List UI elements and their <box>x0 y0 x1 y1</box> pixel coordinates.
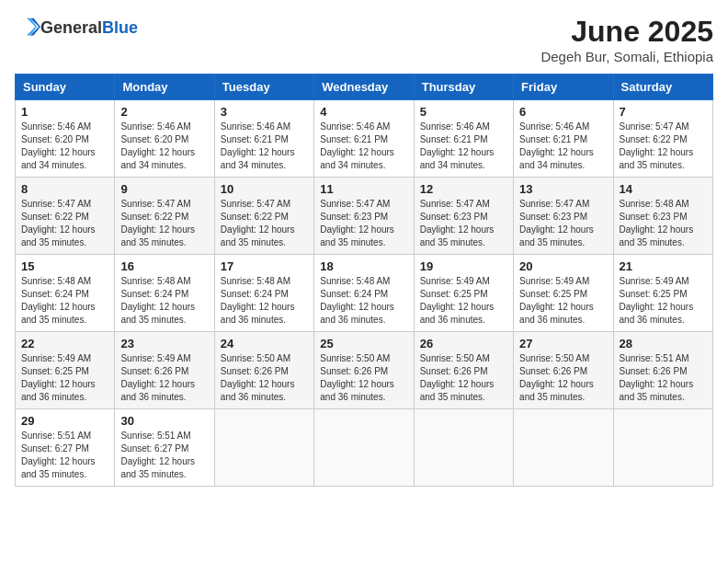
table-row: 12Sunrise: 5:47 AM Sunset: 6:23 PM Dayli… <box>414 178 513 255</box>
day-info: Sunrise: 5:47 AM Sunset: 6:22 PM Dayligh… <box>21 198 108 249</box>
calendar-week-row: 29Sunrise: 5:51 AM Sunset: 6:27 PM Dayli… <box>16 409 713 487</box>
day-info: Sunrise: 5:47 AM Sunset: 6:22 PM Dayligh… <box>120 198 208 249</box>
day-info: Sunrise: 5:51 AM Sunset: 6:26 PM Dayligh… <box>620 352 707 404</box>
day-number: 13 <box>519 182 607 196</box>
table-row: 17Sunrise: 5:48 AM Sunset: 6:24 PM Dayli… <box>214 255 313 332</box>
col-wednesday: Wednesday <box>314 75 414 100</box>
day-number: 8 <box>21 182 108 196</box>
table-row: 1Sunrise: 5:46 AM Sunset: 6:20 PM Daylig… <box>16 100 115 178</box>
col-sunday: Sunday <box>16 75 115 100</box>
day-number: 5 <box>420 105 507 119</box>
day-info: Sunrise: 5:47 AM Sunset: 6:23 PM Dayligh… <box>320 198 407 249</box>
day-number: 28 <box>620 337 707 350</box>
table-row: 24Sunrise: 5:50 AM Sunset: 6:26 PM Dayli… <box>214 332 313 409</box>
table-row: 8Sunrise: 5:47 AM Sunset: 6:22 PM Daylig… <box>16 178 115 255</box>
day-number: 29 <box>21 414 108 428</box>
table-row: 5Sunrise: 5:46 AM Sunset: 6:21 PM Daylig… <box>414 100 513 178</box>
calendar-week-row: 15Sunrise: 5:48 AM Sunset: 6:24 PM Dayli… <box>16 255 713 332</box>
table-row: 30Sunrise: 5:51 AM Sunset: 6:27 PM Dayli… <box>115 409 214 487</box>
day-number: 18 <box>320 259 407 273</box>
month-year-title: June 2025 <box>540 15 713 49</box>
table-row: 23Sunrise: 5:49 AM Sunset: 6:26 PM Dayli… <box>115 332 214 409</box>
day-info: Sunrise: 5:49 AM Sunset: 6:25 PM Dayligh… <box>620 275 707 327</box>
day-number: 9 <box>120 182 208 196</box>
day-number: 7 <box>620 105 707 119</box>
table-row: 2Sunrise: 5:46 AM Sunset: 6:20 PM Daylig… <box>115 100 214 178</box>
day-info: Sunrise: 5:51 AM Sunset: 6:27 PM Dayligh… <box>21 430 108 481</box>
table-row: 26Sunrise: 5:50 AM Sunset: 6:26 PM Dayli… <box>414 332 513 409</box>
table-row: 13Sunrise: 5:47 AM Sunset: 6:23 PM Dayli… <box>514 178 613 255</box>
day-info: Sunrise: 5:49 AM Sunset: 6:25 PM Dayligh… <box>420 275 507 327</box>
day-info: Sunrise: 5:48 AM Sunset: 6:24 PM Dayligh… <box>221 275 308 327</box>
day-info: Sunrise: 5:50 AM Sunset: 6:26 PM Dayligh… <box>320 352 407 404</box>
calendar-table: Sunday Monday Tuesday Wednesday Thursday… <box>15 74 713 487</box>
table-row: 15Sunrise: 5:48 AM Sunset: 6:24 PM Dayli… <box>16 255 115 332</box>
day-number: 3 <box>221 105 308 119</box>
table-row <box>214 409 313 487</box>
table-row: 18Sunrise: 5:48 AM Sunset: 6:24 PM Dayli… <box>314 255 414 332</box>
day-info: Sunrise: 5:46 AM Sunset: 6:21 PM Dayligh… <box>420 121 507 172</box>
day-info: Sunrise: 5:51 AM Sunset: 6:27 PM Dayligh… <box>120 430 208 481</box>
day-number: 24 <box>221 337 308 350</box>
logo-general: General <box>40 18 102 38</box>
day-info: Sunrise: 5:47 AM Sunset: 6:22 PM Dayligh… <box>221 198 308 249</box>
day-info: Sunrise: 5:50 AM Sunset: 6:26 PM Dayligh… <box>519 352 607 404</box>
day-number: 6 <box>519 105 607 119</box>
day-number: 12 <box>420 182 507 196</box>
day-info: Sunrise: 5:46 AM Sunset: 6:20 PM Dayligh… <box>21 121 108 172</box>
table-row: 20Sunrise: 5:49 AM Sunset: 6:25 PM Dayli… <box>514 255 613 332</box>
day-number: 17 <box>221 259 308 273</box>
day-number: 1 <box>21 105 108 119</box>
col-thursday: Thursday <box>414 75 513 100</box>
day-number: 14 <box>620 182 707 196</box>
calendar-header-row: Sunday Monday Tuesday Wednesday Thursday… <box>16 75 713 100</box>
title-area: June 2025 Degeh Bur, Somali, Ethiopia <box>540 15 713 64</box>
day-number: 11 <box>320 182 407 196</box>
logo: GeneralBlue <box>15 15 138 40</box>
day-info: Sunrise: 5:46 AM Sunset: 6:21 PM Dayligh… <box>320 121 407 172</box>
day-number: 16 <box>120 259 208 273</box>
table-row: 27Sunrise: 5:50 AM Sunset: 6:26 PM Dayli… <box>514 332 613 409</box>
table-row: 11Sunrise: 5:47 AM Sunset: 6:23 PM Dayli… <box>314 178 414 255</box>
table-row: 3Sunrise: 5:46 AM Sunset: 6:21 PM Daylig… <box>214 100 313 178</box>
day-info: Sunrise: 5:48 AM Sunset: 6:23 PM Dayligh… <box>620 198 707 249</box>
day-info: Sunrise: 5:49 AM Sunset: 6:25 PM Dayligh… <box>21 352 108 404</box>
day-number: 25 <box>320 337 407 350</box>
table-row: 7Sunrise: 5:47 AM Sunset: 6:22 PM Daylig… <box>613 100 712 178</box>
table-row <box>514 409 613 487</box>
table-row <box>414 409 513 487</box>
day-info: Sunrise: 5:47 AM Sunset: 6:22 PM Dayligh… <box>620 121 707 172</box>
day-info: Sunrise: 5:49 AM Sunset: 6:25 PM Dayligh… <box>519 275 607 327</box>
day-number: 15 <box>21 259 108 273</box>
day-info: Sunrise: 5:49 AM Sunset: 6:26 PM Dayligh… <box>120 352 208 404</box>
location-subtitle: Degeh Bur, Somali, Ethiopia <box>540 49 713 64</box>
day-info: Sunrise: 5:48 AM Sunset: 6:24 PM Dayligh… <box>21 275 108 327</box>
table-row: 10Sunrise: 5:47 AM Sunset: 6:22 PM Dayli… <box>214 178 313 255</box>
day-number: 2 <box>120 105 208 119</box>
table-row: 21Sunrise: 5:49 AM Sunset: 6:25 PM Dayli… <box>613 255 712 332</box>
day-info: Sunrise: 5:46 AM Sunset: 6:20 PM Dayligh… <box>120 121 208 172</box>
day-number: 26 <box>420 337 507 350</box>
table-row: 6Sunrise: 5:46 AM Sunset: 6:21 PM Daylig… <box>514 100 613 178</box>
day-number: 19 <box>420 259 507 273</box>
calendar-week-row: 22Sunrise: 5:49 AM Sunset: 6:25 PM Dayli… <box>16 332 713 409</box>
table-row <box>314 409 414 487</box>
day-info: Sunrise: 5:47 AM Sunset: 6:23 PM Dayligh… <box>519 198 607 249</box>
day-info: Sunrise: 5:48 AM Sunset: 6:24 PM Dayligh… <box>120 275 208 327</box>
day-info: Sunrise: 5:50 AM Sunset: 6:26 PM Dayligh… <box>221 352 308 404</box>
table-row: 4Sunrise: 5:46 AM Sunset: 6:21 PM Daylig… <box>314 100 414 178</box>
day-number: 23 <box>120 337 208 350</box>
col-friday: Friday <box>514 75 613 100</box>
table-row: 25Sunrise: 5:50 AM Sunset: 6:26 PM Dayli… <box>314 332 414 409</box>
col-saturday: Saturday <box>613 75 712 100</box>
day-info: Sunrise: 5:48 AM Sunset: 6:24 PM Dayligh… <box>320 275 407 327</box>
day-number: 30 <box>120 414 208 428</box>
logo-icon <box>15 15 40 40</box>
col-tuesday: Tuesday <box>214 75 313 100</box>
day-info: Sunrise: 5:46 AM Sunset: 6:21 PM Dayligh… <box>519 121 607 172</box>
table-row <box>613 409 712 487</box>
day-number: 20 <box>519 259 607 273</box>
table-row: 29Sunrise: 5:51 AM Sunset: 6:27 PM Dayli… <box>16 409 115 487</box>
table-row: 19Sunrise: 5:49 AM Sunset: 6:25 PM Dayli… <box>414 255 513 332</box>
day-info: Sunrise: 5:47 AM Sunset: 6:23 PM Dayligh… <box>420 198 507 249</box>
